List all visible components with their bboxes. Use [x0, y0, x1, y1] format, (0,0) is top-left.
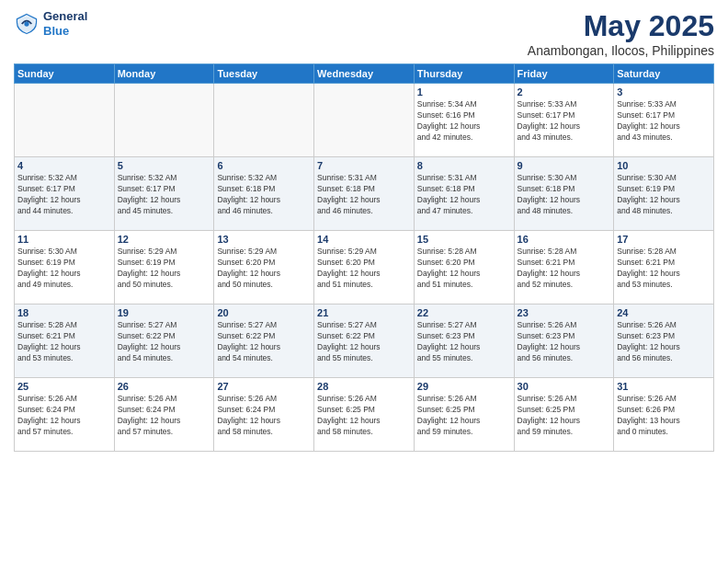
table-cell — [114, 84, 214, 157]
day-info: Sunrise: 5:27 AM Sunset: 6:22 PM Dayligh… — [217, 320, 311, 364]
day-info: Sunrise: 5:26 AM Sunset: 6:23 PM Dayligh… — [518, 320, 611, 364]
col-friday: Friday — [514, 64, 614, 84]
svg-point-1 — [24, 21, 28, 26]
day-info: Sunrise: 5:32 AM Sunset: 6:18 PM Dayligh… — [217, 173, 311, 217]
month-title: May 2025 — [528, 9, 714, 43]
logo-icon — [14, 11, 40, 37]
day-number: 12 — [118, 234, 211, 245]
day-number: 8 — [417, 160, 511, 171]
page: General Blue May 2025 Anambongan, Ilocos… — [0, 0, 728, 563]
day-info: Sunrise: 5:26 AM Sunset: 6:24 PM Dayligh… — [17, 394, 111, 438]
logo-line1: General — [43, 9, 87, 24]
day-info: Sunrise: 5:27 AM Sunset: 6:22 PM Dayligh… — [118, 320, 211, 364]
table-cell: 30Sunrise: 5:26 AM Sunset: 6:25 PM Dayli… — [514, 378, 614, 452]
day-number: 19 — [118, 307, 211, 318]
table-cell — [314, 84, 415, 157]
day-number: 28 — [317, 381, 411, 392]
day-info: Sunrise: 5:29 AM Sunset: 6:20 PM Dayligh… — [317, 247, 411, 291]
day-info: Sunrise: 5:30 AM Sunset: 6:18 PM Dayligh… — [518, 173, 611, 217]
table-cell: 4Sunrise: 5:32 AM Sunset: 6:17 PM Daylig… — [15, 157, 115, 231]
day-number: 7 — [317, 160, 411, 171]
table-cell: 18Sunrise: 5:28 AM Sunset: 6:21 PM Dayli… — [15, 304, 115, 378]
table-cell: 1Sunrise: 5:34 AM Sunset: 6:16 PM Daylig… — [414, 84, 514, 157]
day-info: Sunrise: 5:33 AM Sunset: 6:17 PM Dayligh… — [617, 99, 711, 144]
table-cell: 29Sunrise: 5:26 AM Sunset: 6:25 PM Dayli… — [414, 378, 514, 452]
table-cell: 9Sunrise: 5:30 AM Sunset: 6:18 PM Daylig… — [514, 157, 614, 231]
day-number: 3 — [617, 86, 711, 98]
logo-text: General Blue — [43, 9, 87, 38]
day-info: Sunrise: 5:32 AM Sunset: 6:17 PM Dayligh… — [118, 173, 211, 217]
logo-line2: Blue — [43, 24, 69, 38]
day-number: 25 — [17, 381, 111, 392]
table-cell: 6Sunrise: 5:32 AM Sunset: 6:18 PM Daylig… — [214, 157, 314, 231]
table-cell: 3Sunrise: 5:33 AM Sunset: 6:17 PM Daylig… — [614, 84, 714, 157]
day-info: Sunrise: 5:28 AM Sunset: 6:21 PM Dayligh… — [17, 320, 111, 364]
day-number: 4 — [17, 160, 111, 171]
day-number: 5 — [118, 160, 211, 171]
day-number: 31 — [617, 381, 711, 392]
day-info: Sunrise: 5:31 AM Sunset: 6:18 PM Dayligh… — [417, 173, 511, 217]
table-cell: 31Sunrise: 5:26 AM Sunset: 6:26 PM Dayli… — [614, 378, 714, 452]
col-monday: Monday — [114, 64, 214, 84]
table-cell: 23Sunrise: 5:26 AM Sunset: 6:23 PM Dayli… — [514, 304, 614, 378]
day-info: Sunrise: 5:28 AM Sunset: 6:21 PM Dayligh… — [617, 247, 711, 291]
calendar: Sunday Monday Tuesday Wednesday Thursday… — [14, 63, 714, 452]
day-number: 30 — [518, 381, 611, 392]
table-cell: 27Sunrise: 5:26 AM Sunset: 6:24 PM Dayli… — [214, 378, 314, 452]
table-cell: 11Sunrise: 5:30 AM Sunset: 6:19 PM Dayli… — [15, 231, 115, 304]
day-info: Sunrise: 5:26 AM Sunset: 6:24 PM Dayligh… — [217, 394, 311, 438]
table-cell: 16Sunrise: 5:28 AM Sunset: 6:21 PM Dayli… — [514, 231, 614, 304]
day-info: Sunrise: 5:31 AM Sunset: 6:18 PM Dayligh… — [317, 173, 411, 217]
day-number: 29 — [417, 381, 511, 392]
day-number: 17 — [617, 234, 711, 245]
table-cell: 20Sunrise: 5:27 AM Sunset: 6:22 PM Dayli… — [214, 304, 314, 378]
table-cell: 12Sunrise: 5:29 AM Sunset: 6:19 PM Dayli… — [114, 231, 214, 304]
week-row-1: 1Sunrise: 5:34 AM Sunset: 6:16 PM Daylig… — [15, 84, 714, 157]
table-cell: 13Sunrise: 5:29 AM Sunset: 6:20 PM Dayli… — [214, 231, 314, 304]
day-info: Sunrise: 5:32 AM Sunset: 6:17 PM Dayligh… — [17, 173, 111, 217]
day-number: 26 — [118, 381, 211, 392]
col-tuesday: Tuesday — [214, 64, 314, 84]
day-number: 6 — [217, 160, 311, 171]
table-cell: 2Sunrise: 5:33 AM Sunset: 6:17 PM Daylig… — [514, 84, 614, 157]
week-row-4: 18Sunrise: 5:28 AM Sunset: 6:21 PM Dayli… — [15, 304, 714, 378]
table-cell: 24Sunrise: 5:26 AM Sunset: 6:23 PM Dayli… — [614, 304, 714, 378]
col-wednesday: Wednesday — [314, 64, 415, 84]
title-block: May 2025 Anambongan, Ilocos, Philippines — [528, 9, 714, 58]
day-info: Sunrise: 5:29 AM Sunset: 6:20 PM Dayligh… — [217, 247, 311, 291]
day-number: 22 — [417, 307, 511, 318]
col-saturday: Saturday — [614, 64, 714, 84]
table-cell: 26Sunrise: 5:26 AM Sunset: 6:24 PM Dayli… — [114, 378, 214, 452]
logo: General Blue — [14, 9, 87, 38]
day-info: Sunrise: 5:29 AM Sunset: 6:19 PM Dayligh… — [118, 247, 211, 291]
week-row-3: 11Sunrise: 5:30 AM Sunset: 6:19 PM Dayli… — [15, 231, 714, 304]
day-number: 13 — [217, 234, 311, 245]
table-cell: 25Sunrise: 5:26 AM Sunset: 6:24 PM Dayli… — [15, 378, 115, 452]
day-number: 9 — [518, 160, 611, 171]
day-info: Sunrise: 5:28 AM Sunset: 6:21 PM Dayligh… — [518, 247, 611, 291]
day-info: Sunrise: 5:26 AM Sunset: 6:25 PM Dayligh… — [317, 394, 411, 438]
day-number: 20 — [217, 307, 311, 318]
header: General Blue May 2025 Anambongan, Ilocos… — [14, 9, 714, 58]
day-number: 21 — [317, 307, 411, 318]
table-cell — [15, 84, 115, 157]
col-thursday: Thursday — [414, 64, 514, 84]
table-cell: 14Sunrise: 5:29 AM Sunset: 6:20 PM Dayli… — [314, 231, 415, 304]
day-number: 1 — [417, 86, 511, 98]
table-cell: 5Sunrise: 5:32 AM Sunset: 6:17 PM Daylig… — [114, 157, 214, 231]
day-info: Sunrise: 5:34 AM Sunset: 6:16 PM Dayligh… — [417, 99, 511, 144]
day-number: 2 — [518, 86, 611, 98]
day-info: Sunrise: 5:26 AM Sunset: 6:25 PM Dayligh… — [417, 394, 511, 438]
day-info: Sunrise: 5:27 AM Sunset: 6:23 PM Dayligh… — [417, 320, 511, 364]
day-number: 10 — [617, 160, 711, 171]
day-number: 27 — [217, 381, 311, 392]
day-info: Sunrise: 5:26 AM Sunset: 6:25 PM Dayligh… — [518, 394, 611, 438]
table-cell: 28Sunrise: 5:26 AM Sunset: 6:25 PM Dayli… — [314, 378, 415, 452]
day-info: Sunrise: 5:28 AM Sunset: 6:20 PM Dayligh… — [417, 247, 511, 291]
day-number: 14 — [317, 234, 411, 245]
table-cell: 17Sunrise: 5:28 AM Sunset: 6:21 PM Dayli… — [614, 231, 714, 304]
table-cell: 15Sunrise: 5:28 AM Sunset: 6:20 PM Dayli… — [414, 231, 514, 304]
day-info: Sunrise: 5:30 AM Sunset: 6:19 PM Dayligh… — [617, 173, 711, 217]
table-cell: 10Sunrise: 5:30 AM Sunset: 6:19 PM Dayli… — [614, 157, 714, 231]
week-row-5: 25Sunrise: 5:26 AM Sunset: 6:24 PM Dayli… — [15, 378, 714, 452]
